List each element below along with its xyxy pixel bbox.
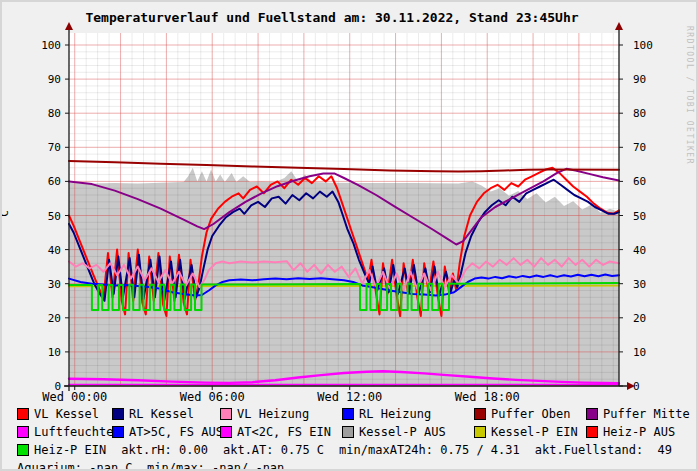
legend-item-luftfeuchte: Luftfeuchte bbox=[17, 425, 112, 439]
legend-item-label: VL Heizung bbox=[237, 407, 309, 421]
legend-row-4: Aquarium: -nan C min/max: -nan/ -nan bbox=[17, 459, 693, 471]
legend-color-swatch bbox=[17, 444, 29, 456]
y-tick-label: 80 bbox=[48, 107, 61, 120]
x-tick-label: Wed 12:00 bbox=[317, 390, 382, 402]
legend-item-label: VL Kessel bbox=[34, 407, 99, 421]
x-tick-label: Wed 06:00 bbox=[180, 390, 245, 402]
y-tick-label: 40 bbox=[48, 244, 61, 257]
legend-item-vl-heizung: VL Heizung bbox=[220, 407, 342, 421]
y-tick-label: 50 bbox=[48, 210, 61, 223]
legend-item-at-5c-fs-aus: AT>5C, FS AUS bbox=[112, 425, 220, 439]
legend-stat: akt.AT: 0.75 C bbox=[223, 443, 324, 457]
legend-row-2: LuftfeuchteAT>5C, FS AUSAT<2C, FS EINKes… bbox=[17, 423, 693, 441]
legend-stat: min/maxAT24h: 0.75 / 4.31 bbox=[339, 443, 520, 457]
y-tick-label-right: 40 bbox=[633, 244, 646, 257]
legend-item-label: Heiz-P AUS bbox=[603, 425, 675, 439]
y-tick-label-right: 80 bbox=[633, 107, 646, 120]
y-tick-label: 60 bbox=[48, 175, 61, 188]
legend-color-swatch bbox=[220, 426, 232, 438]
y-tick-label: 20 bbox=[48, 312, 61, 325]
legend-item-at-2c-fs-ein: AT<2C, FS EIN bbox=[220, 425, 342, 439]
legend-color-swatch bbox=[112, 426, 124, 438]
legend-item-heiz-p-ein: Heiz-P EIN bbox=[17, 443, 106, 457]
y-axis-right-arrow bbox=[615, 22, 623, 30]
y-tick-label-right: 90 bbox=[633, 73, 646, 86]
legend-item-label: AT>5C, FS AUS bbox=[129, 425, 223, 439]
rrdtool-graph-panel: Temperaturverlauf und Fuellstand am: 30.… bbox=[0, 0, 698, 471]
legend-item-kessel-p-aus: Kessel-P AUS bbox=[342, 425, 474, 439]
legend-color-swatch bbox=[474, 426, 486, 438]
y-tick-label: 90 bbox=[48, 73, 61, 86]
legend-item-label: Puffer Oben bbox=[491, 407, 570, 421]
legend-item-label: Kessel-P AUS bbox=[359, 425, 446, 439]
y-tick-label-right: 100 bbox=[633, 39, 653, 52]
chart-legend: VL KesselRL KesselVL HeizungRL HeizungPu… bbox=[17, 405, 693, 471]
legend-item-rl-heizung: RL Heizung bbox=[342, 407, 474, 421]
legend-item-heiz-p-aus: Heiz-P AUS bbox=[586, 425, 693, 439]
legend-item-puffer-oben: Puffer Oben bbox=[474, 407, 586, 421]
aquarium-stats: Aquarium: -nan C min/max: -nan/ -nan bbox=[17, 461, 284, 471]
y-tick-label-right: 30 bbox=[633, 278, 646, 291]
legend-item-label: Kessel-P EIN bbox=[491, 425, 578, 439]
y-tick-label: 70 bbox=[48, 141, 61, 154]
y-tick-label-right: 50 bbox=[633, 210, 646, 223]
legend-row-1: VL KesselRL KesselVL HeizungRL HeizungPu… bbox=[17, 405, 693, 423]
legend-item-puffer-mitte: Puffer Mitte bbox=[586, 407, 693, 421]
legend-item-rl-kessel: RL Kessel bbox=[112, 407, 220, 421]
chart-plot: 0010102020303040405050606070708080909010… bbox=[2, 2, 696, 402]
y-tick-label-right: 70 bbox=[633, 141, 646, 154]
legend-item-label: RL Kessel bbox=[129, 407, 194, 421]
y-tick-label: 10 bbox=[48, 346, 61, 359]
x-tick-label: Wed 00:00 bbox=[42, 390, 107, 402]
legend-item-vl-kessel: VL Kessel bbox=[17, 407, 112, 421]
legend-stat: akt.rH: 0.00 bbox=[121, 443, 208, 457]
legend-stat: akt.Fuellstand: 49 bbox=[535, 443, 672, 457]
legend-item-label: Puffer Mitte bbox=[603, 407, 690, 421]
legend-item-label: Heiz-P EIN bbox=[34, 443, 106, 457]
x-tick-label: Wed 18:00 bbox=[455, 390, 520, 402]
y-tick-label-right: 20 bbox=[633, 312, 646, 325]
legend-color-swatch bbox=[342, 408, 354, 420]
legend-item-label: AT<2C, FS EIN bbox=[237, 425, 331, 439]
legend-color-swatch bbox=[586, 408, 598, 420]
y-tick-label: 30 bbox=[48, 278, 61, 291]
legend-item-label: RL Heizung bbox=[359, 407, 431, 421]
legend-color-swatch bbox=[112, 408, 124, 420]
legend-color-swatch bbox=[474, 408, 486, 420]
y-axis-arrow bbox=[65, 22, 73, 30]
y-tick-label: 100 bbox=[41, 39, 61, 52]
y-tick-label-right: 0 bbox=[633, 380, 640, 393]
legend-item-label: Luftfeuchte bbox=[34, 425, 113, 439]
legend-color-swatch bbox=[17, 426, 29, 438]
legend-row-3: Heiz-P EINakt.rH: 0.00akt.AT: 0.75 Cmin/… bbox=[17, 441, 693, 459]
legend-color-swatch bbox=[220, 408, 232, 420]
legend-color-swatch bbox=[342, 426, 354, 438]
legend-item-kessel-p-ein: Kessel-P EIN bbox=[474, 425, 586, 439]
y-tick-label-right: 10 bbox=[633, 346, 646, 359]
legend-color-swatch bbox=[17, 408, 29, 420]
legend-color-swatch bbox=[586, 426, 598, 438]
y-tick-label-right: 60 bbox=[633, 175, 646, 188]
